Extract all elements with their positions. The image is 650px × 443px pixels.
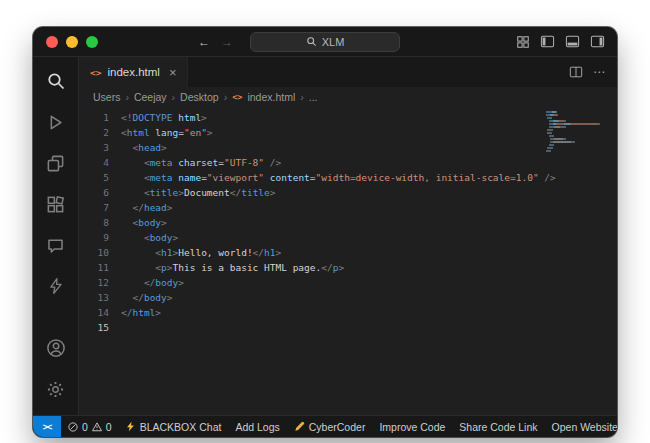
line-number: 6 xyxy=(79,185,109,200)
errors-count: 0 xyxy=(82,421,88,433)
customize-layout-icon[interactable] xyxy=(516,35,530,49)
code-lines[interactable]: <!DOCTYPE html><html lang="en"> <head> <… xyxy=(109,110,617,415)
minimap-line xyxy=(546,144,610,146)
bolt-icon xyxy=(125,421,136,432)
toggle-sidebar-icon[interactable] xyxy=(540,34,555,49)
code-line[interactable]: <h1>Hello, world!</h1> xyxy=(121,245,617,260)
code-line[interactable]: <p>This is a basic HTML page.</p> xyxy=(121,260,617,275)
remote-icon: >< xyxy=(43,422,52,432)
search-icon[interactable] xyxy=(40,65,72,97)
activity-bar-top xyxy=(40,65,72,302)
code-line[interactable]: </body> xyxy=(121,290,617,305)
breadcrumb-separator: › xyxy=(172,91,176,103)
code-line[interactable]: <meta charset="UTF-8" /> xyxy=(121,155,617,170)
activity-bar xyxy=(33,57,79,415)
activity-bar-bottom xyxy=(40,332,72,405)
code-line[interactable]: </html> xyxy=(121,305,617,320)
tab-label: index.html xyxy=(107,66,159,78)
statusbar-item-cybercoder[interactable]: CyberCoder xyxy=(287,416,373,437)
minimap-line xyxy=(546,135,610,137)
breadcrumb-separator: › xyxy=(224,91,228,103)
code-line[interactable]: </body> xyxy=(121,275,617,290)
command-center-value: XLM xyxy=(322,36,345,48)
toggle-secondary-sidebar-icon[interactable] xyxy=(590,34,605,49)
vscode-window: ← → XLM <> index.html × ⋯ xyxy=(33,27,617,437)
blackbox-bolt-icon[interactable] xyxy=(40,270,72,302)
titlebar: ← → XLM xyxy=(33,27,617,57)
line-number: 3 xyxy=(79,140,109,155)
statusbar-item-add-logs[interactable]: Add Logs xyxy=(228,416,286,437)
forward-button[interactable]: → xyxy=(221,35,233,49)
minimize-window-button[interactable] xyxy=(66,36,78,48)
tab-close-icon[interactable]: × xyxy=(169,66,177,79)
minimap-line xyxy=(546,150,610,152)
breadcrumb-item[interactable]: Ceejay xyxy=(134,91,167,103)
code-line[interactable]: <head> xyxy=(121,140,617,155)
line-number: 11 xyxy=(79,260,109,275)
run-debug-icon[interactable] xyxy=(40,106,72,138)
code-line[interactable] xyxy=(121,320,617,335)
statusbar-item-open-website[interactable]: Open Website xyxy=(545,416,617,437)
minimap-line xyxy=(546,141,610,143)
minimap-line xyxy=(546,123,610,125)
errors-icon xyxy=(67,421,79,433)
minimap-line xyxy=(546,117,610,119)
remote-indicator[interactable]: >< xyxy=(33,416,61,437)
search-icon xyxy=(306,36,317,47)
code-line[interactable]: <!DOCTYPE html> xyxy=(121,110,617,125)
minimap[interactable] xyxy=(546,111,610,156)
minimap-line xyxy=(546,111,610,113)
breadcrumb-item[interactable]: Users xyxy=(93,91,120,103)
statusbar-item-blackbox-chat[interactable]: BLACKBOX Chat xyxy=(118,416,229,437)
split-editor-icon[interactable] xyxy=(569,65,583,79)
copy-icon[interactable] xyxy=(40,147,72,179)
close-window-button[interactable] xyxy=(46,36,58,48)
line-number: 1 xyxy=(79,110,109,125)
chat-icon[interactable] xyxy=(40,229,72,261)
zoom-window-button[interactable] xyxy=(86,36,98,48)
minimap-line xyxy=(546,147,610,149)
settings-gear-icon[interactable] xyxy=(40,373,72,405)
minimap-line xyxy=(546,126,610,128)
extensions-icon[interactable] xyxy=(40,188,72,220)
code-editor[interactable]: 123456789101112131415 <!DOCTYPE html><ht… xyxy=(79,107,617,415)
breadcrumb-separator: › xyxy=(125,91,129,103)
code-line[interactable]: <html lang="en"> xyxy=(121,125,617,140)
history-navigation: ← → xyxy=(198,27,233,56)
html-file-icon: <> xyxy=(232,92,242,102)
warnings-icon xyxy=(91,421,103,433)
line-number: 12 xyxy=(79,275,109,290)
statusbar-item-share-code-link[interactable]: Share Code Link xyxy=(452,416,544,437)
code-line[interactable]: <body> xyxy=(121,215,617,230)
minimap-line xyxy=(546,138,610,140)
pen-icon xyxy=(294,421,305,432)
minimap-line xyxy=(546,153,610,155)
toggle-panel-icon[interactable] xyxy=(565,34,580,49)
back-button[interactable]: ← xyxy=(198,35,210,49)
more-actions-icon[interactable]: ⋯ xyxy=(593,66,605,78)
tab-index-html[interactable]: <> index.html × xyxy=(79,57,188,87)
breadcrumb: Users›Ceejay›Desktop›<>index.html›... xyxy=(79,87,617,107)
breadcrumb-separator: › xyxy=(300,91,304,103)
problems-indicator[interactable]: 0 0 xyxy=(61,416,118,437)
statusbar-items: BLACKBOX ChatAdd LogsCyberCoderImprove C… xyxy=(118,416,617,437)
statusbar-item-improve-code[interactable]: Improve Code xyxy=(372,416,452,437)
titlebar-layout-controls xyxy=(516,27,605,56)
minimap-line xyxy=(546,129,610,131)
breadcrumb-item[interactable]: Desktop xyxy=(180,91,219,103)
warnings-count: 0 xyxy=(106,421,112,433)
code-line[interactable]: </head> xyxy=(121,200,617,215)
code-line[interactable]: <meta name="viewport" content="width=dev… xyxy=(121,170,617,185)
code-line[interactable]: <body> xyxy=(121,230,617,245)
account-icon[interactable] xyxy=(40,332,72,364)
command-center-search[interactable]: XLM xyxy=(250,32,400,52)
line-number: 10 xyxy=(79,245,109,260)
breadcrumb-item[interactable]: index.html xyxy=(247,91,295,103)
code-line[interactable]: <title>Document</title> xyxy=(121,185,617,200)
breadcrumb-item[interactable]: ... xyxy=(309,91,318,103)
line-number: 15 xyxy=(79,320,109,335)
editor-actions: ⋯ xyxy=(569,57,617,87)
line-number: 14 xyxy=(79,305,109,320)
line-number: 7 xyxy=(79,200,109,215)
line-number: 9 xyxy=(79,230,109,245)
